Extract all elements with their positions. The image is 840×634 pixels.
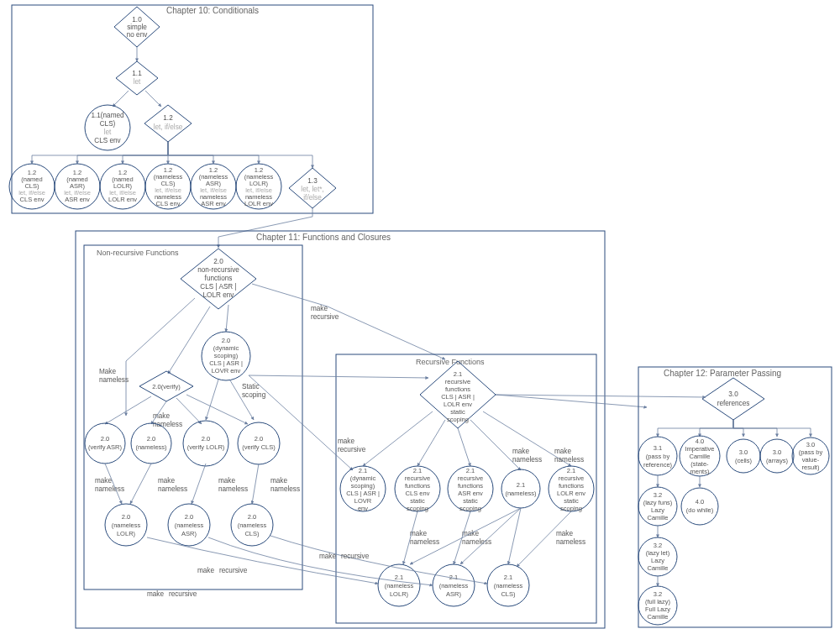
svg-text:recursive: recursive: [405, 474, 430, 482]
svg-text:2.0: 2.0: [101, 435, 109, 443]
rec-row: 2.1 (dynamic scoping) CLS | ASR | LOVR e…: [340, 466, 594, 512]
svg-text:2.1: 2.1: [395, 574, 403, 581]
svg-line-8: [113, 91, 129, 107]
svg-text:2.0: 2.0: [255, 435, 263, 443]
ch12-title: Chapter 12: Parameter Passing: [664, 369, 781, 378]
svg-text:functions: functions: [458, 482, 483, 490]
ch10-title: Chapter 10: Conditionals: [166, 6, 259, 15]
svg-text:Lazy: Lazy: [651, 506, 664, 514]
svg-text:ASR env: ASR env: [458, 490, 483, 497]
svg-text:make: make: [311, 305, 328, 312]
svg-text:2.0: 2.0: [122, 513, 130, 521]
svg-text:(full lazy): (full lazy): [645, 598, 671, 605]
svg-text:Camille: Camille: [689, 453, 710, 460]
svg-text:Recursive Functions: Recursive Functions: [416, 358, 485, 366]
svg-text:no env: no env: [127, 31, 148, 39]
svg-text:2.0(verify): 2.0(verify): [152, 383, 181, 390]
svg-text:LOLR): LOLR): [117, 530, 136, 537]
svg-text:CLS): CLS): [501, 590, 516, 598]
svg-text:let: let: [104, 128, 112, 136]
svg-text:make: make: [95, 477, 112, 485]
svg-text:(verify ASR): (verify ASR): [88, 443, 123, 451]
svg-text:3.2: 3.2: [654, 491, 662, 499]
svg-text:2.0: 2.0: [185, 513, 193, 521]
svg-text:2.1: 2.1: [466, 467, 475, 474]
svg-text:(lazy funs): (lazy funs): [643, 499, 673, 506]
svg-text:recursive: recursive: [338, 446, 366, 453]
svg-text:make: make: [153, 412, 170, 420]
svg-text:make: make: [554, 448, 571, 455]
svg-text:(arrays): (arrays): [766, 457, 788, 464]
svg-text:(nameless): (nameless): [505, 490, 537, 497]
svg-text:4.0: 4.0: [696, 498, 704, 506]
svg-text:(nameless: (nameless: [385, 582, 414, 589]
node-1.1: 1.1 let: [116, 61, 158, 95]
svg-text:(do while): (do while): [686, 506, 714, 514]
svg-text:Full Lazy: Full Lazy: [645, 605, 670, 613]
svg-text:Non-recursive Functions: Non-recursive Functions: [97, 249, 179, 257]
svg-text:ASR): ASR): [181, 530, 197, 537]
ch11-title: Chapter 11: Functions and Closures: [256, 233, 391, 242]
ch11-box: [76, 231, 605, 628]
svg-text:ments): ments): [690, 468, 710, 475]
svg-text:2.1: 2.1: [413, 467, 422, 474]
svg-text:2.1: 2.1: [517, 481, 525, 489]
svg-text:scoping: scoping: [447, 416, 469, 423]
node-3.0: 3.0 references: [702, 378, 764, 420]
svg-text:(dynamic: (dynamic: [350, 474, 376, 482]
svg-text:static: static: [450, 408, 465, 416]
svg-text:nameless: nameless: [270, 485, 300, 493]
svg-text:CLS): CLS): [244, 530, 260, 537]
svg-text:static: static: [564, 497, 579, 505]
svg-text:let, let*,: let, let*,: [301, 186, 323, 193]
svg-text:recursive: recursive: [219, 567, 248, 574]
svg-text:Camille: Camille: [647, 613, 668, 621]
svg-text:scoping: scoping: [560, 505, 582, 512]
svg-text:value-: value-: [802, 456, 820, 464]
svg-text:2.0: 2.0: [213, 258, 223, 265]
svg-text:2.0: 2.0: [202, 435, 210, 443]
svg-text:LOLR env: LOLR env: [108, 196, 137, 203]
svg-text:1.1: 1.1: [132, 70, 142, 77]
rec-nameless-row: 2.1 (nameless LOLR) 2.1 (nameless ASR) 2…: [378, 564, 529, 606]
svg-text:Static: Static: [242, 383, 259, 390]
svg-text:make: make: [270, 477, 287, 485]
svg-text:(nameless): (nameless): [135, 443, 167, 451]
svg-text:functions: functions: [559, 482, 584, 490]
svg-text:non-recursive: non-recursive: [197, 266, 239, 274]
svg-text:nameless: nameless: [410, 538, 439, 546]
svg-text:3.0: 3.0: [773, 448, 781, 456]
svg-text:(nameless: (nameless: [175, 521, 204, 529]
svg-text:functions: functions: [445, 385, 470, 393]
svg-text:(verify CLS): (verify CLS): [242, 443, 276, 451]
svg-text:CLS env: CLS env: [94, 137, 121, 144]
svg-text:CLS env: CLS env: [156, 200, 181, 207]
diagram-canvas: Chapter 10: Conditionals 1.0 simple no e…: [0, 0, 840, 634]
svg-text:LOVR env: LOVR env: [212, 367, 241, 375]
svg-marker-186: [702, 378, 764, 420]
svg-text:(pass by: (pass by: [799, 448, 823, 456]
svg-text:CLS | ASR |: CLS | ASR |: [346, 490, 380, 497]
svg-text:nameless: nameless: [512, 456, 542, 464]
svg-text:if/else: if/else: [303, 194, 322, 202]
node-1.0: 1.0 simple no env: [114, 7, 160, 47]
svg-text:2.0: 2.0: [222, 337, 230, 344]
svg-text:4.0: 4.0: [696, 438, 704, 445]
node-2.0-dyn: 2.0 (dynamic scoping) CLS | ASR | LOVR e…: [202, 332, 250, 380]
svg-text:2.1: 2.1: [567, 467, 575, 474]
svg-text:scoping: scoping: [407, 505, 428, 512]
ch12-row1: 3.1 (pass by reference) 4.0 Imperative C…: [638, 436, 829, 476]
svg-text:LOVR: LOVR: [354, 497, 372, 505]
svg-text:recursive: recursive: [341, 553, 370, 560]
svg-text:Lazy: Lazy: [651, 557, 664, 564]
node-1.2-row: 1.2 (named CLS) let, if/else CLS env 1.2…: [9, 164, 281, 209]
svg-text:LOLR env: LOLR env: [444, 401, 472, 408]
svg-text:scoping): scoping): [351, 482, 375, 490]
node-2.0: 2.0 non-recursive functions CLS | ASR | …: [181, 249, 256, 309]
svg-text:(verify LOLR): (verify LOLR): [187, 443, 225, 451]
svg-text:nameless: nameless: [158, 485, 187, 493]
svg-text:2.0: 2.0: [248, 513, 256, 521]
svg-text:functions: functions: [205, 275, 233, 282]
svg-text:1.2: 1.2: [163, 114, 173, 122]
svg-line-9: [145, 91, 161, 107]
